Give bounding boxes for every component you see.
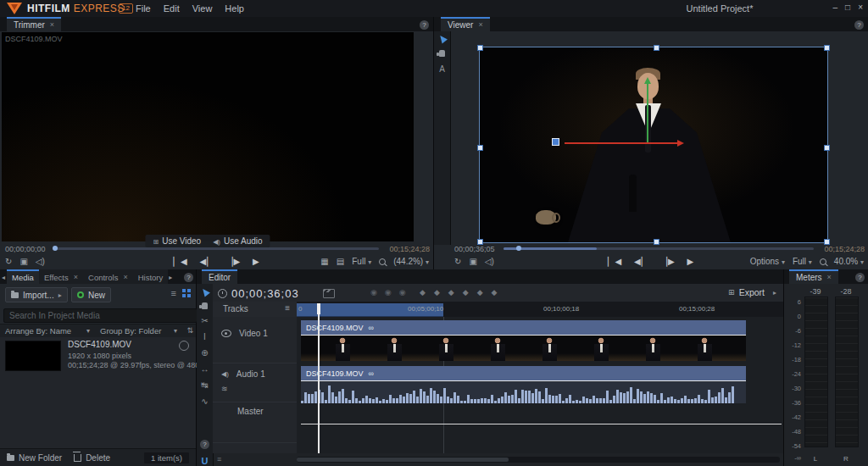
media-item-row[interactable]: DSCF4109.MOV 1920 x 1080 pixels 00;15;24… <box>0 337 196 373</box>
list-view-icon[interactable]: ≡ <box>171 288 176 298</box>
audio-clip[interactable]: DSCF4109.MOV ∞ <box>301 366 746 403</box>
layout-icon[interactable]: ▤ <box>337 257 344 266</box>
tab-media[interactable]: Media <box>7 269 39 284</box>
audio-track-header[interactable]: ◀) Audio 1 <box>221 369 265 379</box>
tab-history[interactable]: History <box>133 269 169 284</box>
viewer-seek-bar[interactable] <box>504 247 814 250</box>
marker-icon[interactable]: ◆ <box>492 288 498 297</box>
video-clip[interactable]: DSCF4109.MOV ∞ <box>301 320 746 361</box>
timeline-clip-area[interactable]: DSCF4109.MOV ∞ DSCF4109.MOV ∞ <box>297 317 783 453</box>
hand-tool-icon[interactable] <box>439 50 445 57</box>
snap-magnet-icon[interactable]: U <box>202 456 209 466</box>
slate-icon[interactable] <box>323 289 335 298</box>
media-item-info-icon[interactable] <box>179 341 189 351</box>
marker-icon[interactable]: ◆ <box>477 288 483 297</box>
play-button[interactable]: ▶ <box>687 257 694 266</box>
audio-clip-header[interactable]: DSCF4109.MOV ∞ <box>301 366 746 381</box>
selection-handle[interactable] <box>824 145 830 151</box>
fit-dropdown[interactable]: Full ▾ <box>793 257 812 266</box>
help-icon[interactable]: ? <box>184 273 193 282</box>
tab-close-icon[interactable]: × <box>123 271 127 284</box>
editor-timecode[interactable]: 00;00;36;03 <box>231 287 299 300</box>
trimmer-seek-bar[interactable] <box>53 247 379 250</box>
record-keyframe-icon[interactable]: ◉ <box>385 288 392 297</box>
tab-editor[interactable]: Editor <box>202 269 237 284</box>
next-keyframe-icon[interactable]: ◉ <box>399 288 406 297</box>
menu-edit[interactable]: Edit <box>164 3 180 14</box>
prev-keyframe-icon[interactable]: ◉ <box>370 288 377 297</box>
viewer-video-area[interactable] <box>479 47 828 243</box>
menu-view[interactable]: View <box>192 3 213 14</box>
tracks-menu-icon[interactable]: ≡ <box>285 303 290 313</box>
timeline-ruler[interactable]: 0 00;05;00;10 00;10;00;18 00;15;00;28 <box>297 302 783 318</box>
menu-help[interactable]: Help <box>225 3 244 14</box>
tab-viewer[interactable]: Viewer × <box>441 17 490 31</box>
step-back-button[interactable]: ◀▏ <box>200 257 214 266</box>
trimmer-playhead-dot[interactable] <box>53 246 58 251</box>
arrange-by-dropdown[interactable]: Arrange By: Name <box>5 326 71 336</box>
minimize-icon[interactable]: – <box>833 3 838 12</box>
help-icon[interactable]: ? <box>855 273 865 282</box>
video-track-header[interactable]: Video 1 <box>221 329 268 338</box>
step-forward-button[interactable]: ▕▶ <box>226 257 241 266</box>
text-tool-icon[interactable]: A <box>439 64 445 74</box>
tab-controls[interactable]: Controls × <box>83 269 133 284</box>
audio-sync-icon[interactable]: ≋ <box>221 385 228 393</box>
delete-button[interactable]: Delete <box>74 453 110 463</box>
scrollbar-thumb[interactable] <box>297 458 509 462</box>
options-dropdown[interactable]: Options ▾ <box>750 257 785 266</box>
import-menu-icon[interactable]: ▸ <box>58 291 62 299</box>
rolling-edit-tool-icon[interactable]: ⊕ <box>201 348 208 358</box>
marker-icon[interactable]: ◆ <box>420 288 426 297</box>
selection-handle[interactable] <box>824 45 830 51</box>
thumbnail-view-icon[interactable] <box>182 289 191 297</box>
tab-overflow-icon[interactable]: ▸ <box>169 274 172 281</box>
search-input[interactable]: Search In Project Media <box>3 308 198 323</box>
gizmo-anchor-handle[interactable] <box>552 138 559 146</box>
gizmo-y-axis-arrow[interactable] <box>647 83 648 144</box>
restore-icon[interactable]: □ <box>845 3 850 12</box>
go-to-start-button[interactable]: ▏◀ <box>608 257 622 266</box>
step-forward-button[interactable]: ▕▶ <box>660 257 675 266</box>
export-menu-icon[interactable]: ▸ <box>773 289 776 297</box>
tab-effects[interactable]: Effects × <box>39 269 83 284</box>
slide-tool-icon[interactable]: ↹ <box>201 380 208 390</box>
tab-close-icon[interactable]: × <box>478 19 482 31</box>
gizmo-x-axis-arrow[interactable] <box>565 142 678 144</box>
tab-close-icon[interactable]: × <box>74 271 78 284</box>
marker-icon[interactable]: ◆ <box>448 288 454 297</box>
marker-icon[interactable]: ◆ <box>463 288 469 297</box>
new-folder-button[interactable]: New Folder <box>7 453 62 463</box>
group-by-dropdown[interactable]: Group By: Folder <box>100 326 161 336</box>
help-icon[interactable]: ? <box>200 440 209 449</box>
tab-meters[interactable]: Meters × <box>789 269 838 284</box>
slip-tool-icon[interactable]: ↔ <box>201 364 209 374</box>
marker-icon[interactable]: ◆ <box>434 288 440 297</box>
zoom-dropdown[interactable]: (44.2%) ▾ <box>393 257 429 266</box>
viewer-playhead-dot[interactable] <box>516 246 521 251</box>
import-button[interactable]: Import... ▸ <box>5 287 68 302</box>
zoom-dropdown[interactable]: 40.0% ▾ <box>834 257 864 266</box>
tab-scroll-left-icon[interactable]: ◂ <box>2 274 5 281</box>
step-back-button[interactable]: ◀▏ <box>634 257 648 266</box>
help-icon[interactable]: ? <box>420 20 429 30</box>
play-button[interactable]: ▶ <box>253 257 260 266</box>
new-button[interactable]: New <box>71 287 111 302</box>
timeline-horizontal-scrollbar[interactable] <box>297 457 780 463</box>
track-audio-icon[interactable]: ◀) <box>221 370 229 378</box>
slice-tool-icon[interactable]: ✂ <box>201 316 208 325</box>
sort-icon[interactable]: ⇅ <box>186 326 193 335</box>
tab-close-icon[interactable]: × <box>50 19 54 31</box>
selection-handle[interactable] <box>654 45 659 51</box>
playhead[interactable] <box>318 303 320 453</box>
export-button[interactable]: ⊞ Export <box>728 287 765 297</box>
timeline-options-icon[interactable]: ≡ <box>217 455 221 463</box>
selection-handle[interactable] <box>477 145 483 151</box>
trimmer-video-area[interactable]: DSCF4109.MOV ⊞Use Video ◀)Use Audio <box>2 32 414 241</box>
hand-tool-icon[interactable] <box>202 302 208 309</box>
menu-file[interactable]: File <box>136 3 151 14</box>
rate-stretch-tool-icon[interactable]: ∿ <box>201 397 208 406</box>
quality-icon[interactable]: ▦ <box>320 257 328 266</box>
selection-handle[interactable] <box>477 45 483 51</box>
fit-dropdown[interactable]: Full ▾ <box>352 257 371 266</box>
